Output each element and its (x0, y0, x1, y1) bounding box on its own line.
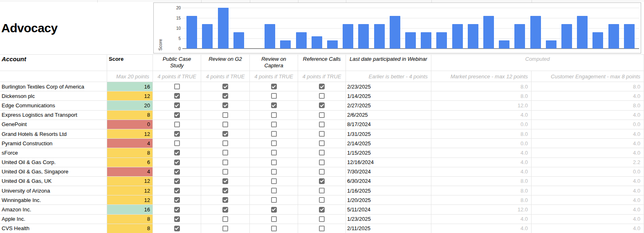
checkbox-review-g2-checked[interactable] (222, 131, 228, 137)
cell-webinar-date[interactable]: 7/30/2024 (346, 167, 431, 177)
checkbox-review-g2-unchecked[interactable] (222, 150, 228, 155)
checkbox-reference-calls-unchecked[interactable] (319, 197, 325, 203)
cell-customer-engagement[interactable]: 0.0 (532, 120, 644, 129)
checkbox-review-captera-unchecked[interactable] (271, 216, 277, 222)
subheader-review-captera[interactable]: 4 points if TRUE (250, 71, 298, 82)
checkbox-review-captera-unchecked[interactable] (271, 112, 277, 118)
checkbox-public-case-study-unchecked[interactable] (174, 140, 180, 146)
cell-score[interactable]: 12 (107, 186, 153, 195)
checkbox-review-captera-unchecked[interactable] (271, 93, 277, 99)
checkbox-review-g2-unchecked[interactable] (222, 122, 228, 127)
checkbox-review-g2-unchecked[interactable] (222, 226, 228, 231)
cell-account[interactable]: Express Logistics and Transport (0, 111, 107, 120)
checkbox-review-g2-unchecked[interactable] (222, 140, 228, 146)
cell-score[interactable]: 8 (107, 224, 153, 233)
checkbox-public-case-study-checked[interactable] (174, 178, 180, 184)
checkbox-review-captera-unchecked[interactable] (271, 197, 277, 203)
cell-customer-engagement[interactable]: 4.0 (532, 195, 644, 205)
cell-customer-engagement[interactable]: 8.0 (532, 82, 644, 91)
checkbox-reference-calls-unchecked[interactable] (319, 150, 325, 155)
checkbox-review-captera-unchecked[interactable] (271, 122, 277, 127)
subheader-market-presence[interactable]: Market presence - max 12 points (431, 71, 532, 82)
cell-account[interactable]: Amazon Inc. (0, 205, 107, 214)
cell-account[interactable]: Grand Hotels & Resorts Ltd (0, 129, 107, 139)
cell-customer-engagement[interactable]: 4.0 (532, 111, 644, 120)
checkbox-review-g2-checked[interactable] (222, 178, 228, 184)
checkbox-review-captera-unchecked[interactable] (271, 226, 277, 231)
cell-score[interactable]: 16 (107, 82, 153, 91)
subheader-score[interactable]: Max 20 points (107, 71, 153, 82)
cell-score[interactable]: 0 (107, 120, 153, 129)
cell-market-presence[interactable]: 0.0 (431, 139, 532, 148)
checkbox-reference-calls-unchecked[interactable] (319, 169, 325, 175)
column-header-review-g2[interactable]: Review on G2 (201, 55, 250, 71)
cell-webinar-date[interactable]: 6/30/2024 (346, 177, 431, 186)
checkbox-review-captera-unchecked[interactable] (271, 178, 277, 184)
cell-webinar-date[interactable]: 1/14/2025 (346, 91, 431, 101)
cell-customer-engagement[interactable]: 2.2 (532, 158, 644, 167)
cell-score[interactable]: 12 (107, 129, 153, 139)
cell-webinar-date[interactable]: 1/15/2025 (346, 148, 431, 158)
cell-score[interactable]: 12 (107, 195, 153, 205)
cell-customer-engagement[interactable]: 4.0 (532, 186, 644, 195)
cell-market-presence[interactable]: 8.0 (431, 177, 532, 186)
checkbox-review-g2-unchecked[interactable] (222, 216, 228, 222)
cell-market-presence[interactable]: 12.0 (431, 101, 532, 110)
cell-customer-engagement[interactable]: 4.0 (532, 139, 644, 148)
column-header-score[interactable]: Score (107, 55, 153, 71)
checkbox-review-g2-checked[interactable] (222, 93, 228, 99)
checkbox-review-captera-unchecked[interactable] (271, 160, 277, 165)
checkbox-reference-calls-checked[interactable] (319, 207, 325, 213)
cell-market-presence[interactable]: 4.0 (431, 224, 532, 233)
cell-market-presence[interactable]: 8.0 (431, 82, 532, 91)
column-header-webinar-date[interactable]: Last date participated in Webinar (346, 55, 431, 71)
checkbox-public-case-study-checked[interactable] (174, 226, 180, 231)
checkbox-review-g2-checked[interactable] (222, 207, 228, 213)
cell-account[interactable]: Apple Inc. (0, 215, 107, 224)
cell-webinar-date[interactable]: 1/31/2025 (346, 129, 431, 139)
cell-account[interactable]: GenePoint (0, 120, 107, 129)
cell-webinar-date[interactable]: 5/11/2024 (346, 205, 431, 214)
subheader-review-g2[interactable]: 4 points if TRUE (201, 71, 250, 82)
checkbox-reference-calls-unchecked[interactable] (319, 122, 325, 127)
cell-customer-engagement[interactable]: 0.0 (532, 167, 644, 177)
cell-market-presence[interactable]: 8.0 (431, 129, 532, 139)
cell-customer-engagement[interactable]: 4.0 (532, 215, 644, 224)
cell-webinar-date[interactable]: 1/20/2025 (346, 195, 431, 205)
cell-account[interactable]: Burlington Textiles Corp of America (0, 82, 107, 91)
checkbox-reference-calls-checked[interactable] (319, 102, 325, 108)
cell-market-presence[interactable]: 4.0 (431, 215, 532, 224)
cell-customer-engagement[interactable]: 8.0 (532, 101, 644, 110)
checkbox-review-g2-checked[interactable] (222, 84, 228, 89)
cell-market-presence[interactable]: 12.0 (431, 205, 532, 214)
cell-customer-engagement[interactable]: 4.0 (532, 129, 644, 139)
cell-market-presence[interactable]: 8.0 (431, 195, 532, 205)
checkbox-reference-calls-unchecked[interactable] (319, 216, 325, 222)
checkbox-review-g2-unchecked[interactable] (222, 160, 228, 165)
column-header-reference-calls[interactable]: Reference Calls (298, 55, 346, 71)
checkbox-public-case-study-checked[interactable] (174, 216, 180, 222)
cell-score[interactable]: 16 (107, 205, 153, 214)
cell-webinar-date[interactable]: 1/23/2025 (346, 215, 431, 224)
cell-score[interactable]: 20 (107, 101, 153, 110)
checkbox-reference-calls-unchecked[interactable] (319, 93, 325, 99)
checkbox-public-case-study-checked[interactable] (174, 160, 180, 165)
cell-webinar-date[interactable]: 12/16/2024 (346, 158, 431, 167)
checkbox-public-case-study-checked[interactable] (174, 112, 180, 118)
cell-account[interactable]: Winningable Inc. (0, 195, 107, 205)
checkbox-public-case-study-checked[interactable] (174, 169, 180, 175)
checkbox-public-case-study-checked[interactable] (174, 188, 180, 193)
cell-market-presence[interactable]: 8.0 (431, 186, 532, 195)
checkbox-review-captera-unchecked[interactable] (271, 140, 277, 146)
checkbox-reference-calls-checked[interactable] (319, 178, 325, 184)
cell-market-presence[interactable]: 4.0 (431, 167, 532, 177)
checkbox-reference-calls-unchecked[interactable] (319, 131, 325, 137)
checkbox-public-case-study-checked[interactable] (174, 131, 180, 137)
cell-webinar-date[interactable]: 2/6/2025 (346, 111, 431, 120)
checkbox-reference-calls-unchecked[interactable] (319, 226, 325, 231)
checkbox-review-g2-unchecked[interactable] (222, 112, 228, 118)
column-header-public-case-study[interactable]: Public Case Study (153, 55, 201, 71)
cell-webinar-date[interactable]: 2/14/2025 (346, 139, 431, 148)
checkbox-reference-calls-checked[interactable] (319, 84, 325, 89)
cell-webinar-date[interactable]: 8/17/2024 (346, 120, 431, 129)
